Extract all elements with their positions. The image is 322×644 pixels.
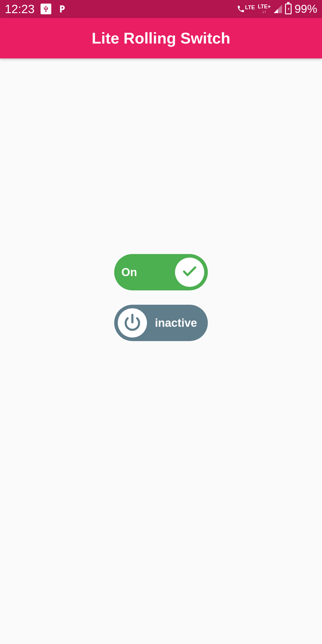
status-bar: 12:23 LTE LTE+ ↓↑ 99% bbox=[0, 0, 322, 18]
check-icon bbox=[181, 263, 198, 281]
p-icon bbox=[57, 4, 67, 14]
battery-charging-icon bbox=[285, 4, 292, 14]
status-time: 12:23 bbox=[5, 2, 35, 16]
main-content: On inactive bbox=[0, 58, 322, 644]
status-bar-right: LTE LTE+ ↓↑ 99% bbox=[237, 3, 317, 16]
rolling-switch-on[interactable]: On bbox=[114, 254, 208, 290]
usb-icon bbox=[41, 4, 51, 14]
lte-label-2: LTE+ bbox=[258, 4, 271, 9]
lte-arrows-icon: ↓↑ bbox=[258, 9, 271, 14]
switch-on-label: On bbox=[121, 266, 137, 279]
status-bar-left: 12:23 bbox=[5, 2, 67, 16]
app-bar: Lite Rolling Switch bbox=[0, 18, 322, 58]
rolling-switch-off[interactable]: inactive bbox=[114, 305, 208, 341]
switch-off-label: inactive bbox=[155, 317, 197, 329]
signal-icon bbox=[274, 5, 282, 13]
switch-knob-on bbox=[175, 258, 204, 287]
app-title: Lite Rolling Switch bbox=[92, 29, 230, 47]
power-icon bbox=[123, 313, 141, 332]
lte-label-1: LTE bbox=[245, 5, 255, 10]
battery-percent: 99% bbox=[295, 3, 317, 16]
switch-knob-off bbox=[118, 308, 147, 338]
phone-lte-icon: LTE bbox=[237, 5, 255, 13]
